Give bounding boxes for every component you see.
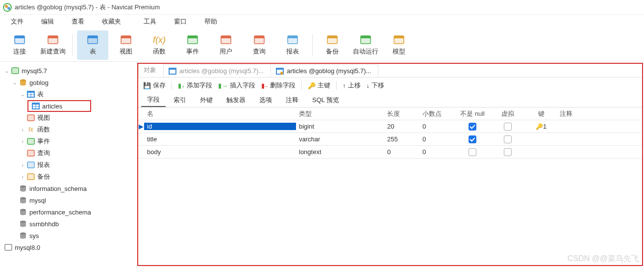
cell-name[interactable]: title	[144, 135, 296, 143]
content-tab[interactable]: 对象	[138, 63, 164, 77]
col-decimals[interactable]: 小数点	[420, 109, 455, 118]
insert-field-button[interactable]: ▮→插入字段	[216, 80, 257, 91]
cell-notnull[interactable]	[455, 122, 490, 131]
tree-database[interactable]: ssmbhhdb	[2, 218, 135, 230]
toolbar-function-button[interactable]: f(x)函数	[144, 30, 175, 60]
checkbox[interactable]	[469, 148, 476, 156]
menu-item[interactable]: 文件	[5, 15, 29, 28]
toolbar-connect-button[interactable]: 连接	[4, 30, 35, 60]
key-icon: 🔑	[536, 123, 543, 130]
col-virtual[interactable]: 虚拟	[490, 109, 525, 118]
cell-notnull[interactable]	[455, 135, 490, 143]
menu-item[interactable]: 收藏夹	[96, 15, 127, 28]
checkbox[interactable]	[504, 135, 512, 143]
designer-subtab[interactable]: 字段	[141, 93, 166, 107]
cell-length[interactable]: 0	[384, 148, 420, 156]
tree-table-item[interactable]: articles	[27, 100, 91, 112]
grid-row[interactable]: bodylongtext00	[138, 146, 642, 159]
svg-rect-62	[5, 244, 12, 250]
col-key[interactable]: 键	[525, 109, 557, 118]
delete-field-button[interactable]: ▮₋删除字段	[259, 80, 297, 91]
toolbar-autorun-button[interactable]: 自动运行	[350, 30, 381, 60]
toolbar-model-button[interactable]: 模型	[383, 30, 415, 60]
toolbar-table-button[interactable]: 表	[77, 30, 108, 60]
tree-database[interactable]: mysql	[2, 194, 135, 206]
tree-label: ssmbhhdb	[29, 220, 59, 228]
database-icon	[19, 232, 27, 239]
tree-item[interactable]: 视图	[2, 112, 135, 124]
toolbar-event-button[interactable]: 事件	[177, 30, 208, 60]
tree-item[interactable]: ›报表	[2, 159, 135, 171]
tree-item[interactable]: ›事件	[2, 135, 135, 147]
cell-type[interactable]: bigint	[296, 123, 384, 130]
menu-item[interactable]: 查看	[66, 15, 90, 28]
menu-item[interactable]: 帮助	[198, 15, 223, 28]
cell-decimals[interactable]: 0	[420, 135, 455, 143]
checkbox[interactable]	[504, 123, 512, 131]
tree-item[interactable]: ›fx函数	[2, 124, 135, 135]
design-table-icon	[276, 68, 284, 75]
tree-database[interactable]: sys	[2, 230, 135, 241]
separator	[312, 34, 313, 56]
designer-subtab[interactable]: 索引	[168, 94, 192, 107]
primary-key-button[interactable]: 🔑主键	[306, 80, 332, 91]
cell-notnull[interactable]	[455, 148, 490, 156]
menu-item[interactable]: 工具	[138, 15, 162, 28]
checkbox[interactable]	[469, 123, 476, 131]
cell-length[interactable]: 20	[384, 123, 420, 130]
designer-subtab[interactable]: 外键	[194, 94, 219, 107]
designer-subtab[interactable]: 注释	[280, 94, 304, 107]
cell-name[interactable]: body	[144, 148, 296, 156]
cell-key[interactable]: 🔑1	[525, 123, 557, 130]
tree-item[interactable]: ›备份	[2, 171, 135, 183]
tree-tables-folder[interactable]: ⌄ 表	[2, 88, 135, 100]
toolbar-query-button[interactable]: 查询	[244, 30, 275, 60]
designer-subtab[interactable]: SQL 预览	[306, 94, 345, 107]
tree-label: performance_schema	[29, 209, 91, 216]
cell-length[interactable]: 255	[384, 135, 420, 143]
row-indicator-icon: ▶	[138, 123, 144, 130]
checkbox[interactable]	[469, 135, 476, 143]
add-field-button[interactable]: ▮₊添加字段	[176, 80, 214, 91]
grid-row[interactable]: titlevarchar2550	[138, 133, 642, 146]
toolbar-user-button[interactable]: 用户	[210, 30, 242, 60]
tree-database[interactable]: performance_schema	[2, 206, 135, 218]
toolbar-view-button[interactable]: 视图	[110, 30, 142, 60]
designer-subtab[interactable]: 触发器	[221, 94, 251, 107]
grid-row[interactable]: ▶idbigint200🔑1	[138, 120, 642, 133]
cell-virtual[interactable]	[490, 148, 525, 156]
toolbar-backup-button[interactable]: 备份	[317, 30, 348, 60]
col-comment[interactable]: 注释	[557, 109, 642, 118]
cell-type[interactable]: varchar	[296, 135, 384, 143]
cell-type[interactable]: longtext	[296, 148, 384, 156]
col-notnull[interactable]: 不是 null	[455, 109, 490, 118]
content-tab[interactable]: articles @goblog (mysql5.7)...	[271, 64, 378, 77]
toolbar-report-button[interactable]: 报表	[277, 30, 308, 60]
tree-database[interactable]: information_schema	[2, 183, 135, 194]
designer-actions: 💾保存 ▮₊添加字段 ▮→插入字段 ▮₋删除字段 🔑主键 ↑上移 ↓下移	[138, 78, 642, 93]
col-name[interactable]: 名	[144, 109, 296, 118]
checkbox[interactable]	[504, 148, 512, 156]
svg-rect-47	[27, 115, 34, 121]
label: 下移	[372, 81, 384, 90]
tree-connection[interactable]: mysql8.0	[2, 241, 135, 253]
tree-item[interactable]: 查询	[2, 147, 135, 159]
move-up-button[interactable]: ↑上移	[341, 80, 363, 91]
toolbar-new-query-button[interactable]: 新建查询	[37, 30, 69, 60]
cell-virtual[interactable]	[490, 122, 525, 131]
tree-database[interactable]: ⌄ goblog	[2, 77, 135, 88]
col-length[interactable]: 长度	[384, 109, 420, 118]
menu-item[interactable]: 窗口	[168, 15, 193, 28]
move-down-button[interactable]: ↓下移	[365, 80, 387, 91]
cell-name[interactable]: id	[144, 123, 296, 130]
tree-connection[interactable]: ⌄ mysql5.7	[2, 65, 135, 77]
content-tab[interactable]: articles @goblog (mysql5.7)...	[163, 64, 271, 77]
cell-decimals[interactable]: 0	[420, 123, 455, 130]
cell-virtual[interactable]	[490, 135, 525, 143]
save-button[interactable]: 💾保存	[141, 80, 168, 91]
menu-item[interactable]: 编辑	[35, 15, 60, 28]
designer-subtab[interactable]: 选项	[253, 94, 278, 107]
cell-decimals[interactable]: 0	[420, 148, 455, 156]
col-type[interactable]: 类型	[296, 109, 384, 118]
tree-label: 备份	[37, 172, 50, 181]
